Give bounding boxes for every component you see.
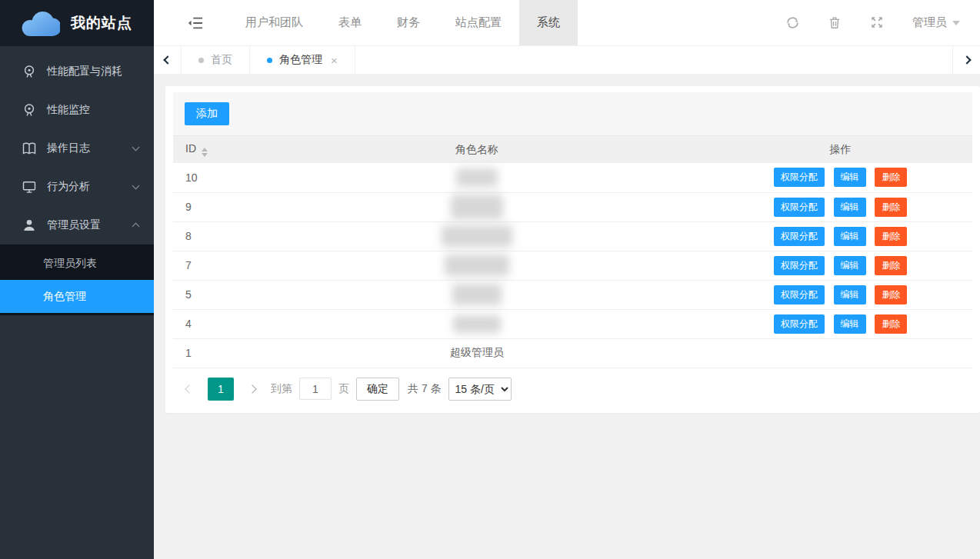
column-label: 角色名称 — [455, 143, 498, 155]
tab-scroll-left-icon[interactable] — [154, 46, 182, 74]
page-number-input[interactable] — [299, 378, 332, 400]
prev-page-button[interactable] — [178, 378, 201, 401]
sidebar-menu: 性能配置与消耗 性能监控 操作日志 — [0, 46, 154, 315]
sidebar-item-label: 行为分析 — [47, 180, 133, 194]
cell-id: 8 — [173, 221, 245, 251]
chevron-right-icon — [248, 384, 256, 393]
collapse-menu-icon[interactable] — [188, 16, 203, 30]
table-row: 9 权限分配 编辑 删除 — [173, 192, 972, 221]
sidebar-subitem-role-management[interactable]: 角色管理 — [0, 280, 154, 313]
nav-label: 用户和团队 — [245, 15, 303, 30]
delete-button[interactable]: 删除 — [875, 285, 907, 304]
assign-permission-button[interactable]: 权限分配 — [774, 168, 825, 187]
cell-actions: 权限分配 编辑 删除 — [708, 163, 972, 192]
edit-button[interactable]: 编辑 — [834, 314, 866, 334]
sidebar-item-admin-settings[interactable]: 管理员设置 — [0, 206, 154, 245]
trash-icon[interactable] — [828, 15, 842, 30]
edit-button[interactable]: 编辑 — [834, 285, 866, 304]
table-row: 7 权限分配 编辑 删除 — [173, 251, 972, 280]
header-actions: 管理员 — [785, 15, 980, 30]
goto-label: 到第 — [271, 382, 292, 396]
main-area: 用户和团队 表单 财务 站点配置 系统 — [154, 0, 980, 559]
tab-label: 角色管理 — [279, 53, 322, 67]
sidebar: 我的站点 性能配置与消耗 性能监控 — [0, 0, 154, 559]
sidebar-item-label: 操作日志 — [47, 141, 133, 155]
nav-item-forms[interactable]: 表单 — [321, 0, 379, 45]
redacted-name — [445, 255, 509, 276]
edit-button[interactable]: 编辑 — [834, 198, 866, 217]
total-count-label: 共 7 条 — [408, 382, 442, 396]
nav-label: 表单 — [338, 15, 362, 30]
redacted-name — [453, 315, 501, 333]
cell-role-name — [245, 309, 709, 338]
column-header-id[interactable]: ID — [173, 136, 245, 163]
cell-id: 10 — [173, 163, 245, 192]
cell-role-name — [245, 221, 709, 251]
caret-down-icon — [952, 21, 960, 25]
current-page[interactable]: 1 — [208, 378, 234, 401]
user-menu[interactable]: 管理员 — [912, 15, 960, 30]
sidebar-item-operation-log[interactable]: 操作日志 — [0, 129, 154, 168]
roles-table: ID 角色名称 操作 10 权限分配 编辑 删除 — [173, 136, 972, 368]
delete-button[interactable]: 删除 — [875, 198, 907, 217]
next-page-button[interactable] — [241, 378, 264, 401]
chevron-up-icon — [132, 223, 140, 231]
nav-item-users-teams[interactable]: 用户和团队 — [228, 0, 321, 45]
tab-dot — [267, 58, 272, 63]
broadcast-icon — [22, 102, 37, 118]
assign-permission-button[interactable]: 权限分配 — [774, 198, 825, 217]
user-icon — [22, 218, 37, 233]
cell-actions: 权限分配 编辑 删除 — [708, 192, 972, 221]
sort-icon[interactable] — [202, 148, 208, 157]
redacted-name — [451, 195, 503, 219]
nav-item-site-config[interactable]: 站点配置 — [438, 0, 519, 45]
edit-button[interactable]: 编辑 — [834, 256, 866, 275]
cell-id: 9 — [173, 192, 245, 221]
nav-item-finance[interactable]: 财务 — [379, 0, 438, 45]
redacted-name — [452, 284, 502, 305]
delete-button[interactable]: 删除 — [875, 168, 907, 187]
tab-scroll-right-icon[interactable] — [952, 46, 980, 74]
delete-button[interactable]: 删除 — [875, 256, 907, 275]
edit-button[interactable]: 编辑 — [834, 227, 866, 246]
cell-role-name — [245, 251, 709, 280]
cloud-icon — [20, 8, 60, 38]
admin-settings-submenu: 管理员列表 角色管理 — [0, 245, 154, 315]
column-label: ID — [185, 142, 196, 155]
column-header-actions: 操作 — [708, 136, 972, 163]
refresh-icon[interactable] — [785, 15, 800, 30]
sidebar-subitem-admin-list[interactable]: 管理员列表 — [0, 247, 154, 280]
delete-button[interactable]: 删除 — [875, 314, 907, 334]
cell-id: 7 — [173, 251, 245, 280]
cell-role-name: 超级管理员 — [245, 338, 709, 368]
chevron-right-icon — [962, 55, 971, 64]
assign-permission-button[interactable]: 权限分配 — [774, 256, 825, 275]
page-size-select[interactable]: 15 条/页 — [448, 378, 512, 401]
sidebar-item-performance-monitor[interactable]: 性能监控 — [0, 91, 154, 129]
table-row: 4 权限分配 编辑 删除 — [173, 309, 972, 338]
cell-actions: 权限分配 编辑 删除 — [708, 251, 972, 280]
cell-role-name — [245, 280, 709, 309]
chevron-down-icon — [132, 144, 140, 151]
assign-permission-button[interactable]: 权限分配 — [774, 227, 825, 246]
chevron-left-icon — [185, 384, 193, 393]
logo[interactable]: 我的站点 — [0, 0, 154, 46]
nav-item-system[interactable]: 系统 — [519, 0, 578, 45]
cell-id: 4 — [173, 309, 245, 338]
sidebar-subitem-label: 管理员列表 — [43, 257, 97, 271]
chevron-left-icon — [163, 55, 172, 64]
fullscreen-icon[interactable] — [870, 15, 885, 30]
tab-role-management[interactable]: 角色管理 × — [250, 46, 355, 74]
confirm-page-button[interactable]: 确定 — [356, 378, 399, 401]
sidebar-item-behavior-analysis[interactable]: 行为分析 — [0, 168, 154, 206]
delete-button[interactable]: 删除 — [875, 227, 907, 246]
assign-permission-button[interactable]: 权限分配 — [774, 314, 825, 334]
sidebar-item-performance-config[interactable]: 性能配置与消耗 — [0, 52, 154, 91]
table-toolbar: 添加 — [173, 92, 972, 136]
assign-permission-button[interactable]: 权限分配 — [774, 285, 825, 304]
edit-button[interactable]: 编辑 — [834, 168, 866, 187]
tab-home[interactable]: 首页 — [182, 46, 250, 74]
close-icon[interactable]: × — [331, 55, 338, 66]
chevron-down-icon — [132, 182, 140, 190]
add-button[interactable]: 添加 — [185, 102, 229, 125]
